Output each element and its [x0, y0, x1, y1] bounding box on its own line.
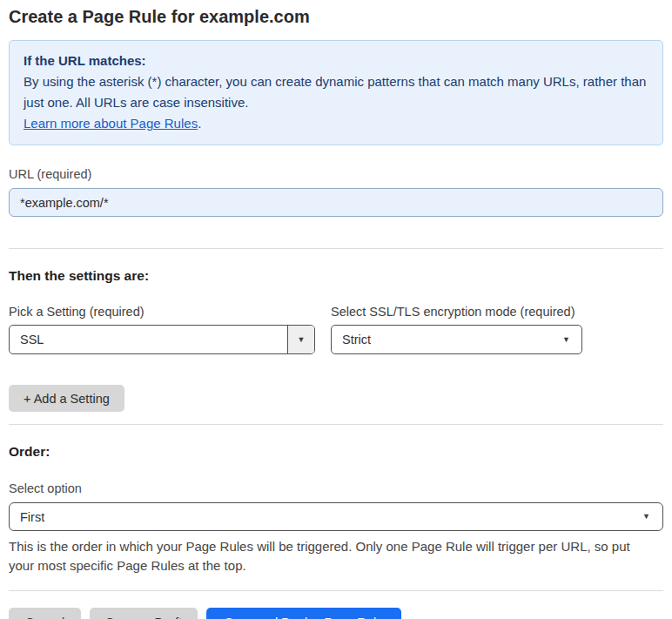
create-page-rule-form: Create a Page Rule for example.com If th…: [0, 0, 672, 619]
save-as-draft-button[interactable]: Save as Draft: [90, 608, 198, 619]
setting-picker-column: Pick a Setting (required) SSL ▼: [9, 305, 315, 354]
url-field-label: URL (required): [9, 167, 663, 181]
chevron-down-icon: ▼: [642, 513, 650, 521]
divider: [9, 248, 663, 249]
info-body-text: By using the asterisk (*) character, you…: [24, 71, 648, 113]
order-help-text: This is the order in which your Page Rul…: [9, 537, 657, 575]
setting-picker-arrow-segment[interactable]: ▼: [287, 326, 314, 353]
ssl-mode-column: Select SSL/TLS encryption mode (required…: [331, 305, 582, 354]
learn-more-link[interactable]: Learn more about Page Rules: [24, 116, 198, 131]
order-select-label: Select option: [9, 481, 663, 495]
chevron-down-icon: ▼: [562, 336, 570, 344]
order-select-value: First: [20, 510, 44, 524]
ssl-mode-value: Strict: [332, 326, 555, 353]
setting-picker-label: Pick a Setting (required): [9, 305, 315, 319]
save-and-deploy-button[interactable]: Save and Deploy Page Rule: [206, 608, 401, 619]
link-suffix: .: [198, 116, 201, 131]
settings-section-heading: Then the settings are:: [9, 268, 663, 284]
page-title: Create a Page Rule for example.com: [9, 7, 663, 27]
order-section-heading: Order:: [9, 444, 663, 460]
footer-actions: Cancel Save as Draft Save and Deploy Pag…: [9, 608, 663, 619]
settings-row: Pick a Setting (required) SSL ▼ Select S…: [9, 305, 663, 354]
ssl-mode-arrow: ▼: [555, 326, 581, 353]
add-setting-button[interactable]: + Add a Setting: [9, 385, 124, 412]
ssl-mode-select[interactable]: Strict ▼: [331, 325, 582, 354]
info-link-line: Learn more about Page Rules.: [24, 113, 648, 134]
setting-picker-select[interactable]: SSL ▼: [9, 325, 315, 354]
ssl-mode-label: Select SSL/TLS encryption mode (required…: [331, 305, 582, 319]
info-heading: If the URL matches:: [24, 50, 648, 71]
url-input[interactable]: *example.com/*: [9, 188, 663, 217]
divider: [9, 424, 663, 425]
chevron-down-icon: ▼: [298, 336, 306, 344]
divider: [9, 590, 663, 591]
setting-picker-value: SSL: [10, 326, 287, 353]
url-match-info-callout: If the URL matches: By using the asteris…: [9, 40, 663, 145]
order-select[interactable]: First ▼: [9, 502, 663, 531]
cancel-button[interactable]: Cancel: [9, 608, 81, 619]
